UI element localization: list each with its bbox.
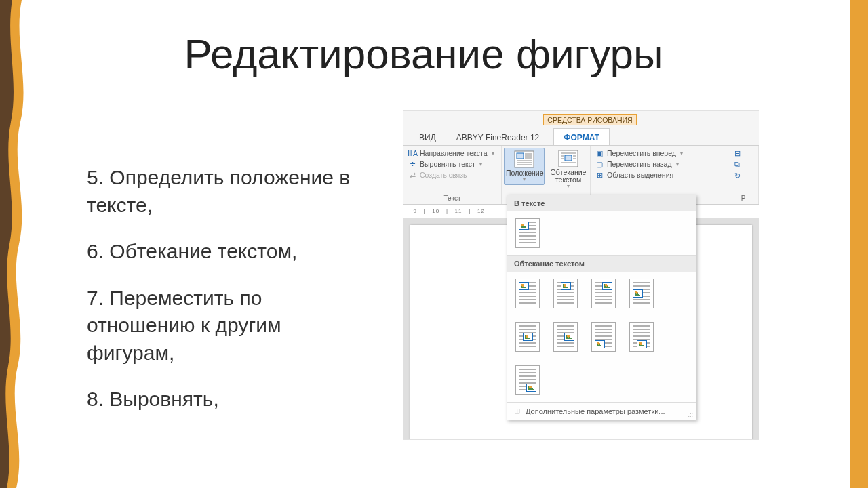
slide-title: Редактирование фигуры xyxy=(0,30,848,78)
bring-forward-icon: ▣ xyxy=(595,149,604,157)
word-screenshot: СРЕДСТВА РИСОВАНИЯ ВИД ABBYY FineReader … xyxy=(403,110,760,440)
ribbon-group-partial: ⊟ ⧉ ↻ Р xyxy=(728,146,759,204)
position-option-middle-right[interactable] xyxy=(553,322,578,352)
cmd-align-text-label: Выровнять текст xyxy=(420,160,475,168)
selection-pane-icon: ⊞ xyxy=(595,171,604,179)
bullet-8: 8. Выровнять, xyxy=(87,386,372,413)
bullet-5: 5. Определить положение в тексте, xyxy=(87,164,372,219)
cmd-position[interactable]: Положение ▾ xyxy=(504,148,545,185)
cmd-selection-pane-label: Область выделения xyxy=(607,171,673,179)
cmd-rotate-icon[interactable]: ↻ xyxy=(732,170,754,181)
align-text-icon: ≑ xyxy=(408,160,417,168)
position-option-top-right[interactable] xyxy=(591,279,616,308)
text-direction-icon: ⅢA xyxy=(408,149,417,157)
cmd-align-icon[interactable]: ⊟ xyxy=(732,148,754,159)
position-icon xyxy=(513,150,536,168)
dropdown-section-inline: В тексте xyxy=(507,195,696,211)
slide-body-text: 5. Определить положение в тексте, 6. Обт… xyxy=(87,164,372,432)
chevron-down-icon: ▾ xyxy=(680,150,683,157)
group-label-text: Текст xyxy=(408,193,497,202)
cmd-create-link-label: Создать связь xyxy=(420,171,467,179)
tab-format[interactable]: ФОРМАТ xyxy=(553,128,610,145)
cmd-text-direction-label: Направление текста xyxy=(420,149,488,157)
align-icon: ⊟ xyxy=(732,149,742,157)
resize-grip-icon: .:: xyxy=(688,411,693,418)
send-backward-icon: ▢ xyxy=(595,160,604,168)
wrap-text-icon xyxy=(557,150,580,167)
group-icon: ⧉ xyxy=(732,160,742,169)
position-option-top-left[interactable] xyxy=(515,279,540,308)
cmd-wrap-text-label: Обтеканиетекстом xyxy=(550,169,587,184)
cmd-selection-pane[interactable]: ⊞ Область выделения xyxy=(595,169,724,180)
cmd-bring-forward[interactable]: ▣ Переместить вперед ▾ xyxy=(595,148,724,159)
cmd-send-backward[interactable]: ▢ Переместить назад ▾ xyxy=(595,159,724,169)
cmd-group-icon[interactable]: ⧉ xyxy=(732,159,754,170)
chevron-down-icon: ▾ xyxy=(676,161,679,167)
dropdown-section-wrap: Обтекание текстом xyxy=(507,256,696,272)
cmd-send-backward-label: Переместить назад xyxy=(607,160,672,168)
cmd-align-text[interactable]: ≑ Выровнять текст ▾ xyxy=(408,159,497,169)
ribbon-group-text: ⅢA Направление текста ▾ ≑ Выровнять текс… xyxy=(403,146,502,204)
cmd-create-link: ⇄ Создать связь xyxy=(408,169,497,180)
svg-rect-9 xyxy=(565,155,572,161)
position-option-bottom-left[interactable] xyxy=(591,322,616,352)
position-option-bottom-right[interactable] xyxy=(515,365,540,395)
dropdown-more-layout-options[interactable]: ⊞ Дополнительные параметры разметки... .… xyxy=(507,403,696,420)
group-label-partial: Р xyxy=(732,193,754,202)
cmd-text-direction[interactable]: ⅢA Направление текста ▾ xyxy=(408,148,497,159)
tab-view[interactable]: ВИД xyxy=(409,128,446,145)
dropdown-more-layout-label: Дополнительные параметры разметки... xyxy=(526,407,665,415)
bullet-6: 6. Обтекание текстом, xyxy=(87,238,372,266)
tab-abbyy[interactable]: ABBYY FineReader 12 xyxy=(446,128,550,145)
position-option-inline[interactable] xyxy=(515,218,540,248)
chevron-down-icon: ▾ xyxy=(550,184,587,189)
context-tab-drawing-tools: СРЕДСТВА РИСОВАНИЯ xyxy=(543,114,637,125)
layout-options-icon: ⊞ xyxy=(514,407,520,415)
position-option-bottom-center[interactable] xyxy=(629,322,654,352)
chevron-down-icon: ▾ xyxy=(479,161,482,167)
chevron-down-icon: ▾ xyxy=(492,150,494,157)
link-icon: ⇄ xyxy=(408,171,417,179)
rotate-icon: ↻ xyxy=(732,171,742,180)
position-option-top-center[interactable] xyxy=(553,279,578,308)
bullet-7: 7. Переместить по отношению к другим фиг… xyxy=(87,285,372,367)
position-option-middle-center[interactable] xyxy=(515,322,540,352)
svg-rect-1 xyxy=(517,153,524,159)
cmd-bring-forward-label: Переместить вперед xyxy=(607,149,676,157)
chevron-down-icon: ▾ xyxy=(506,177,542,182)
position-option-middle-left[interactable] xyxy=(629,279,654,308)
slide-accent-right xyxy=(850,0,868,488)
cmd-wrap-text[interactable]: Обтеканиетекстом ▾ xyxy=(549,148,588,191)
position-dropdown: В тексте Обтекание текстом xyxy=(507,195,696,420)
